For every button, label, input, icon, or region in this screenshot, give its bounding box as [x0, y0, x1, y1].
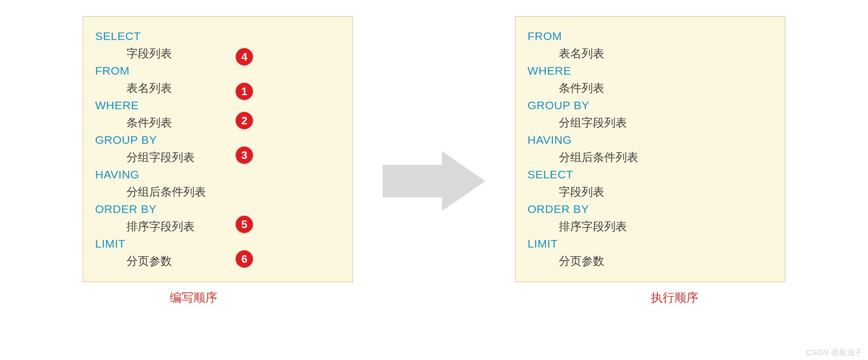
sql-sub: 排序字段列表	[126, 219, 340, 234]
exec-order-row: GROUP BY分组字段列表	[528, 99, 773, 130]
sql-sub: 排序字段列表	[559, 219, 773, 234]
sql-keyword: FROM	[528, 30, 773, 43]
sql-sub: 字段列表	[126, 46, 340, 61]
sql-keyword: HAVING	[95, 168, 340, 181]
sql-keyword: SELECT	[528, 168, 773, 181]
exec-order-row: FROM表名列表	[528, 30, 773, 61]
exec-order-panel: FROM表名列表WHERE条件列表GROUP BY分组字段列表HAVING分组后…	[515, 16, 785, 282]
order-badge: 4	[236, 48, 253, 65]
write-order-caption: 编写顺序	[170, 290, 217, 306]
sql-sub: 条件列表	[126, 115, 340, 130]
sql-sub: 分组后条件列表	[559, 150, 773, 165]
sql-sub: 分组字段列表	[559, 115, 773, 130]
arrow-wrap	[353, 16, 515, 211]
exec-order-row: HAVING分组后条件列表	[528, 134, 773, 165]
exec-order-caption: 执行顺序	[651, 290, 698, 306]
sql-keyword: GROUP BY	[95, 134, 340, 146]
sql-sub: 表名列表	[126, 81, 340, 96]
sql-keyword: ORDER BY	[95, 203, 340, 216]
exec-order-row: WHERE条件列表	[528, 64, 773, 96]
sql-sub: 分页参数	[126, 254, 340, 269]
right-column: FROM表名列表WHERE条件列表GROUP BY分组字段列表HAVING分组后…	[515, 16, 834, 306]
order-badge: 5	[236, 216, 253, 233]
write-order-row: SELECT字段列表4	[95, 30, 340, 61]
write-order-row: FROM表名列表1	[95, 64, 340, 96]
exec-order-row: SELECT字段列表	[528, 168, 773, 199]
sql-keyword: SELECT	[95, 30, 340, 43]
exec-order-row: LIMIT分页参数	[528, 237, 773, 269]
sql-keyword: GROUP BY	[528, 99, 773, 112]
sql-keyword: WHERE	[95, 99, 340, 112]
sql-sub: 字段列表	[559, 184, 773, 199]
sql-keyword: LIMIT	[528, 237, 773, 250]
left-column: SELECT字段列表4FROM表名列表1WHERE条件列表2GROUP BY分组…	[34, 16, 353, 306]
diagram-container: SELECT字段列表4FROM表名列表1WHERE条件列表2GROUP BY分组…	[0, 0, 868, 306]
write-order-row: ORDER BY排序字段列表5	[95, 203, 340, 234]
sql-sub: 分页参数	[559, 254, 773, 269]
sql-keyword: HAVING	[528, 134, 773, 146]
order-badge: 1	[236, 83, 253, 100]
sql-sub: 表名列表	[559, 46, 773, 61]
write-order-panel: SELECT字段列表4FROM表名列表1WHERE条件列表2GROUP BY分组…	[83, 16, 353, 282]
write-order-row: WHERE条件列表2	[95, 99, 340, 130]
sql-keyword: LIMIT	[95, 237, 340, 250]
watermark: CSDN @莫浅子	[806, 348, 863, 358]
write-order-row: LIMIT分页参数6	[95, 237, 340, 269]
write-order-row: GROUP BY分组字段列表3	[95, 134, 340, 165]
order-badge: 3	[236, 146, 253, 164]
arrow-right-icon	[383, 151, 485, 211]
sql-keyword: ORDER BY	[528, 203, 773, 216]
exec-order-row: ORDER BY排序字段列表	[528, 203, 773, 234]
svg-marker-0	[383, 151, 485, 211]
order-badge: 6	[236, 250, 253, 268]
sql-keyword: FROM	[95, 64, 340, 77]
sql-sub: 分组字段列表	[126, 150, 340, 165]
sql-sub: 分组后条件列表	[126, 184, 340, 199]
order-badge: 2	[236, 112, 253, 129]
sql-keyword: WHERE	[528, 64, 773, 77]
write-order-row: HAVING分组后条件列表	[95, 168, 340, 199]
sql-sub: 条件列表	[559, 81, 773, 96]
